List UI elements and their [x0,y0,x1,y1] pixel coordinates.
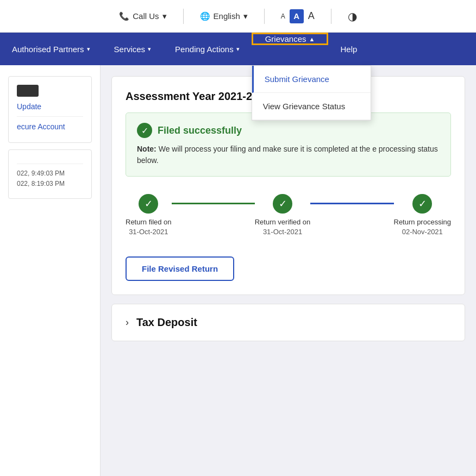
success-note: Note: We will process your filing and ma… [137,143,440,166]
globe-icon: 🌐 [200,11,210,21]
step-1-label: Return filed on [126,218,172,226]
step-1-info: ✓ Return filed on 31-Oct-2021 [126,194,172,236]
tax-deposit-card: › Tax Deposit [111,304,465,341]
submit-grievance-label: Submit Grievance [265,74,329,84]
step-3-date: 02-Nov-2021 [402,228,443,236]
timestamp-2: 022, 8:19:03 PM [17,180,83,187]
success-icon: ✓ [137,123,152,138]
nav-grievances-label: Grievances [265,34,306,43]
language-chevron: ▾ [243,11,248,21]
sidebar-timestamps-block: 022, 9:49:03 PM 022, 8:19:03 PM [8,149,92,199]
note-label: Note: [137,145,156,153]
success-title: Filed successfully [158,125,242,136]
nav-pending-actions-label: Pending Actions [175,45,234,54]
font-normal-button[interactable]: A [290,9,304,23]
step-2-label: Return verified on [255,218,311,226]
top-bar: 📞 Call Us ▾ 🌐 English ▾ A A A ◑ [0,0,476,33]
view-grievance-status-item[interactable]: View Grievance Status [252,93,371,120]
step-line-1 [172,203,255,204]
secure-account-link[interactable]: ecure Account [17,122,83,131]
nav-pending-actions-chevron: ▾ [236,46,240,53]
sidebar-divider-2 [17,164,83,164]
nav-authorised-partners[interactable]: Authorised Partners ▾ [0,33,102,65]
nav-services-label: Services [114,45,146,54]
success-header: ✓ Filed successfully [137,123,440,138]
main-content: Update ecure Account 022, 9:49:03 PM 022… [0,65,476,476]
step-3-circle: ✓ [412,194,432,214]
font-decrease-button[interactable]: A [281,12,285,20]
step-line-2 [310,203,393,204]
call-us-button[interactable]: 📞 Call Us ▾ [119,11,166,21]
view-grievance-status-label: View Grievance Status [263,102,345,111]
divider-2 [264,9,265,24]
sidebar-divider [17,116,83,117]
sidebar: Update ecure Account 022, 9:49:03 PM 022… [0,65,101,476]
avatar [17,85,39,97]
font-controls: A A A [281,9,315,23]
step-2-info: ✓ Return verified on 31-Oct-2021 [255,194,311,236]
divider-1 [183,9,184,24]
step-2-date: 31-Oct-2021 [263,228,302,236]
nav-services-chevron: ▾ [148,46,151,53]
grievances-dropdown: Submit Grievance View Grievance Status [252,65,371,121]
progress-tracker: ✓ Return filed on 31-Oct-2021 ✓ Return v… [126,189,451,241]
nav-services[interactable]: Services ▾ [102,33,164,65]
tax-deposit-chevron-icon[interactable]: › [126,317,129,328]
nav-authorised-partners-chevron: ▾ [87,46,90,53]
call-us-label: Call Us [133,11,159,21]
step-1-date: 31-Oct-2021 [129,228,168,236]
tax-deposit-title: Tax Deposit [136,316,197,329]
font-increase-button[interactable]: A [308,10,315,22]
content-area: Assessment Year 2021-22 filing ✓ Filed s… [101,65,476,476]
nav-authorised-partners-label: Authorised Partners [12,45,84,54]
update-link[interactable]: Update [17,102,83,111]
language-button[interactable]: 🌐 English ▾ [200,11,248,21]
nav-help[interactable]: Help [328,33,369,65]
secure-account-label: ecure Account [17,122,65,131]
step-1-circle: ✓ [139,194,158,214]
grievances-wrapper: Grievances ▲ Submit Grievance View Griev… [252,33,329,65]
nav-bar: Authorised Partners ▾ Services ▾ Pending… [0,33,476,65]
call-us-chevron: ▾ [162,11,167,21]
step-3-label: Return processing [394,218,452,226]
nav-help-label: Help [340,45,357,54]
nav-pending-actions[interactable]: Pending Actions ▾ [163,33,252,65]
phone-icon: 📞 [119,11,129,21]
language-label: English [214,11,240,21]
step-3-info: ✓ Return processing 02-Nov-2021 [394,194,452,236]
note-text: We will process your filing and make sur… [137,145,438,165]
file-revised-return-button[interactable]: File Revised Return [126,256,234,281]
divider-3 [331,9,331,24]
submit-grievance-item[interactable]: Submit Grievance [252,66,371,93]
sidebar-profile-block: Update ecure Account [8,76,92,143]
contrast-button[interactable]: ◑ [348,10,357,23]
success-box: ✓ Filed successfully Note: We will proce… [126,112,451,177]
nav-grievances-chevron: ▲ [309,36,315,42]
nav-grievances[interactable]: Grievances ▲ [252,33,329,45]
step-2-circle: ✓ [273,194,292,214]
timestamp-1: 022, 9:49:03 PM [17,170,83,177]
